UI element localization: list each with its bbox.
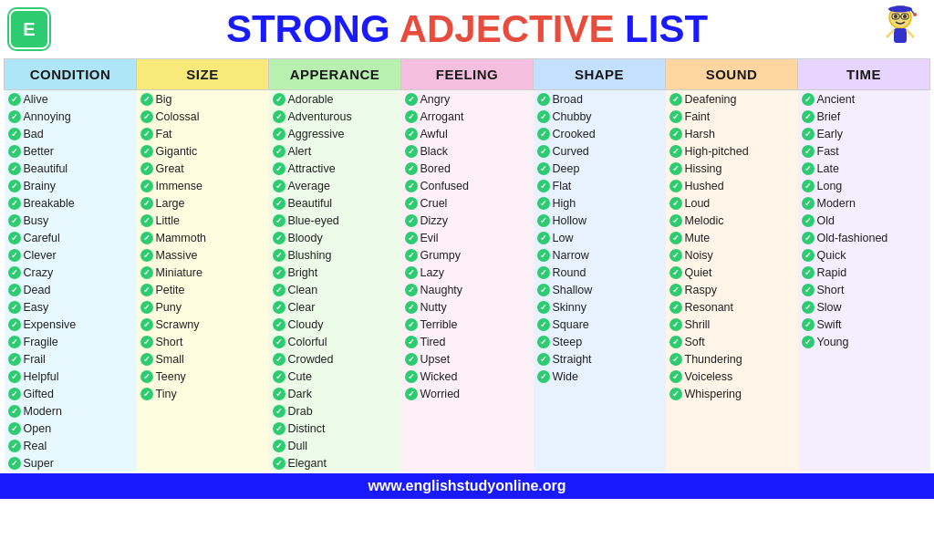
table-row: ✓Modern✓Drab xyxy=(5,402,930,420)
cell-apperance-3: ✓Alert xyxy=(269,142,401,160)
word-row-apperance-13: ✓Cloudy xyxy=(273,316,398,332)
check-icon: ✓ xyxy=(537,353,550,366)
word-text: Cloudy xyxy=(288,318,324,331)
check-icon: ✓ xyxy=(8,336,21,348)
word-text: Early xyxy=(817,128,843,140)
table-row: ✓Bad✓Fat✓Aggressive✓Awful✓Crooked✓Harsh✓… xyxy=(5,125,930,142)
cell-size-8: ✓Mammoth xyxy=(137,229,269,246)
cell-apperance-20: ✓Dull xyxy=(269,437,401,454)
footer: www.englishstudyonline.org xyxy=(0,473,934,499)
word-row-condition-7: ✓Busy xyxy=(8,213,133,228)
cell-sound-9: ✓Noisy xyxy=(666,246,798,264)
table-row: ✓Annoying✓Colossal✓Adventurous✓Arrogant✓… xyxy=(5,108,930,125)
word-row-size-11: ✓Petite xyxy=(140,282,265,297)
word-text: Clever xyxy=(24,249,57,262)
word-text: Upset xyxy=(420,353,451,366)
check-icon: ✓ xyxy=(8,301,21,314)
word-text: Immense xyxy=(156,180,202,192)
check-icon: ✓ xyxy=(273,110,285,123)
cell-time-14: ✓Young xyxy=(798,333,930,350)
word-text: Puny xyxy=(156,301,182,314)
word-text: Real xyxy=(24,440,47,452)
cell-condition-18: ✓Modern xyxy=(5,402,137,420)
word-text: Large xyxy=(156,197,185,210)
word-row-condition-17: ✓Gifted xyxy=(8,386,133,401)
word-row-size-10: ✓Miniature xyxy=(140,264,265,280)
cell-apperance-14: ✓Colorful xyxy=(269,333,401,350)
word-text: Dull xyxy=(288,440,308,452)
check-icon: ✓ xyxy=(405,388,418,400)
cell-shape-0: ✓Broad xyxy=(534,90,666,109)
cell-time-3: ✓Fast xyxy=(798,142,930,160)
cell-sound-19 xyxy=(666,420,798,437)
cell-apperance-7: ✓Blue-eyed xyxy=(269,212,401,229)
word-row-feeling-16: ✓Wicked xyxy=(405,368,530,384)
word-text: Narrow xyxy=(553,249,589,262)
cell-feeling-9: ✓Grumpy xyxy=(401,246,534,264)
cell-apperance-5: ✓Average xyxy=(269,177,401,194)
check-icon: ✓ xyxy=(273,457,285,470)
word-text: Steep xyxy=(553,336,583,348)
cell-sound-5: ✓Hushed xyxy=(666,177,798,194)
check-icon: ✓ xyxy=(537,93,550,106)
word-row-sound-5: ✓Hushed xyxy=(669,178,794,193)
word-row-size-13: ✓Scrawny xyxy=(140,316,265,332)
word-row-size-14: ✓Short xyxy=(140,334,265,349)
cell-apperance-21: ✓Elegant xyxy=(269,454,401,472)
cell-apperance-10: ✓Bright xyxy=(269,264,401,281)
cell-apperance-17: ✓Dark xyxy=(269,385,401,402)
check-icon: ✓ xyxy=(8,266,21,279)
check-icon: ✓ xyxy=(8,93,21,106)
table-row: ✓Beautiful✓Great✓Attractive✓Bored✓Deep✓H… xyxy=(5,160,930,177)
cell-apperance-13: ✓Cloudy xyxy=(269,316,401,333)
word-row-feeling-14: ✓Tired xyxy=(405,334,530,349)
cell-condition-4: ✓Beautiful xyxy=(5,160,137,177)
word-row-time-13: ✓Swift xyxy=(802,316,927,332)
word-text: Frail xyxy=(24,353,46,366)
word-row-size-1: ✓Colossal xyxy=(140,109,265,124)
word-row-sound-17: ✓Whispering xyxy=(669,386,794,401)
check-icon: ✓ xyxy=(802,318,815,331)
cell-sound-4: ✓Hissing xyxy=(666,160,798,177)
word-text: Bad xyxy=(24,128,44,140)
word-row-apperance-15: ✓Crowded xyxy=(273,351,398,367)
table-row: ✓Fragile✓Short✓Colorful✓Tired✓Steep✓Soft… xyxy=(5,333,930,350)
cell-size-18 xyxy=(137,402,269,420)
check-icon: ✓ xyxy=(537,180,550,192)
word-text: Gigantic xyxy=(156,145,198,158)
word-row-condition-15: ✓Frail xyxy=(8,351,133,367)
word-text: Attractive xyxy=(288,162,336,175)
check-icon: ✓ xyxy=(273,388,285,400)
cell-condition-10: ✓Crazy xyxy=(5,264,137,281)
cell-condition-9: ✓Clever xyxy=(5,246,137,264)
cell-sound-12: ✓Resonant xyxy=(666,298,798,316)
word-row-apperance-11: ✓Clean xyxy=(273,282,398,297)
word-text: Voiceless xyxy=(685,370,733,383)
word-row-sound-7: ✓Melodic xyxy=(669,213,794,228)
word-row-sound-12: ✓Resonant xyxy=(669,299,794,315)
word-text: Deafening xyxy=(685,93,737,106)
cell-sound-6: ✓Loud xyxy=(666,194,798,212)
check-icon: ✓ xyxy=(669,249,682,262)
word-row-apperance-1: ✓Adventurous xyxy=(273,109,398,124)
svg-point-5 xyxy=(894,15,898,18)
footer-url: www.englishstudyonline.org xyxy=(368,478,566,493)
svg-line-12 xyxy=(907,30,914,37)
word-row-feeling-7: ✓Dizzy xyxy=(405,213,530,228)
word-text: Crowded xyxy=(288,353,334,366)
word-text: Angry xyxy=(420,93,451,106)
word-row-apperance-17: ✓Dark xyxy=(273,386,398,401)
cell-feeling-14: ✓Tired xyxy=(401,333,534,350)
word-text: Whispering xyxy=(685,388,742,400)
cell-feeling-11: ✓Naughty xyxy=(401,281,534,298)
word-row-feeling-15: ✓Upset xyxy=(405,351,530,367)
cell-shape-8: ✓Low xyxy=(534,229,666,246)
word-text: Colorful xyxy=(288,336,327,348)
cell-sound-17: ✓Whispering xyxy=(666,385,798,402)
word-text: Helpful xyxy=(24,370,59,383)
cell-size-10: ✓Miniature xyxy=(137,264,269,281)
check-icon: ✓ xyxy=(8,422,21,435)
word-text: Fragile xyxy=(24,336,58,348)
word-row-feeling-4: ✓Bored xyxy=(405,161,530,176)
check-icon: ✓ xyxy=(802,145,815,158)
